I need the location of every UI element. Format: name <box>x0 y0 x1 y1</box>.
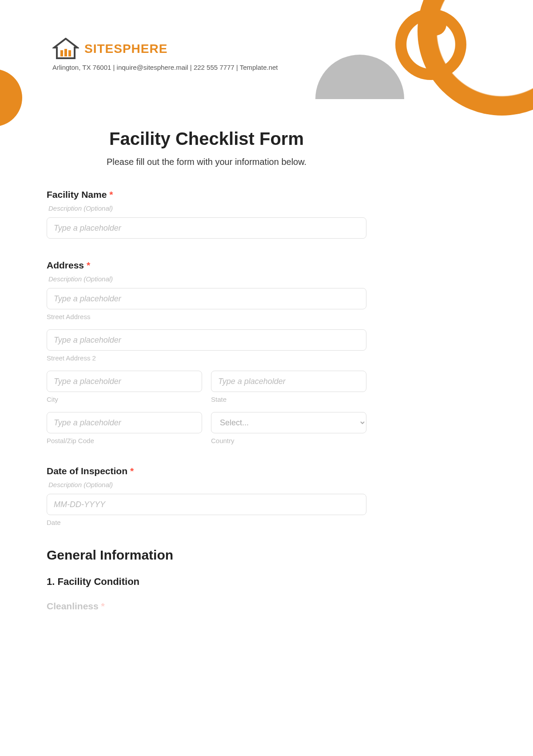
required-mark: * <box>109 189 113 200</box>
decorative-top-right <box>400 0 533 133</box>
street-address-2-input[interactable] <box>47 329 366 351</box>
date-inspection-label: Date of Inspection * <box>47 466 366 476</box>
required-mark: * <box>101 601 105 611</box>
country-sublabel: Country <box>211 437 366 444</box>
brand-name: SITESPHERE <box>84 42 167 56</box>
date-inspection-input[interactable] <box>47 494 366 515</box>
address-block: Address * Description (Optional) Street … <box>47 260 366 444</box>
date-sublabel: Date <box>47 519 366 526</box>
label-text: Facility Name <box>47 189 107 200</box>
required-mark: * <box>87 260 90 270</box>
dot-big-icon <box>424 13 446 36</box>
label-text: Address <box>47 260 84 270</box>
address-desc: Description (Optional) <box>47 275 366 283</box>
required-mark: * <box>130 466 134 476</box>
label-text: Date of Inspection <box>47 466 127 476</box>
form-title: Facility Checklist Form <box>47 129 366 149</box>
svg-rect-1 <box>64 49 67 56</box>
state-input[interactable] <box>211 371 366 392</box>
contact-line: Arlington, TX 76001 | inquire@sitesphere… <box>52 64 278 71</box>
form-content: Facility Checklist Form Please fill out … <box>47 129 366 616</box>
dot-small-icon <box>457 37 465 44</box>
city-sublabel: City <box>47 396 202 403</box>
grey-half-circle-icon <box>315 55 404 99</box>
date-inspection-block: Date of Inspection * Description (Option… <box>47 466 366 526</box>
country-select[interactable]: Select... <box>211 412 366 433</box>
form-subtitle: Please fill out the form with your infor… <box>47 157 366 167</box>
facility-name-label: Facility Name * <box>47 189 366 200</box>
logo-icon <box>52 38 79 60</box>
facility-name-desc: Description (Optional) <box>47 204 366 212</box>
facility-name-input[interactable] <box>47 217 366 239</box>
cleanliness-label: Cleanliness * <box>47 601 366 612</box>
address-label: Address * <box>47 260 366 271</box>
date-inspection-desc: Description (Optional) <box>47 481 366 488</box>
facility-name-block: Facility Name * Description (Optional) <box>47 189 366 239</box>
orange-left-shape-icon <box>0 69 22 127</box>
header: SITESPHERE Arlington, TX 76001 | inquire… <box>52 38 278 71</box>
street-address-2-sublabel: Street Address 2 <box>47 354 366 362</box>
general-information-heading: General Information <box>47 548 366 563</box>
facility-condition-heading: 1. Facility Condition <box>47 576 366 588</box>
postal-sublabel: Postal/Zip Code <box>47 437 202 444</box>
svg-rect-0 <box>60 50 63 56</box>
city-input[interactable] <box>47 371 202 392</box>
svg-rect-2 <box>68 50 71 56</box>
label-text: Cleanliness <box>47 601 99 611</box>
street-address-input[interactable] <box>47 288 366 309</box>
postal-input[interactable] <box>47 412 202 433</box>
state-sublabel: State <box>211 396 366 403</box>
street-address-sublabel: Street Address <box>47 313 366 320</box>
